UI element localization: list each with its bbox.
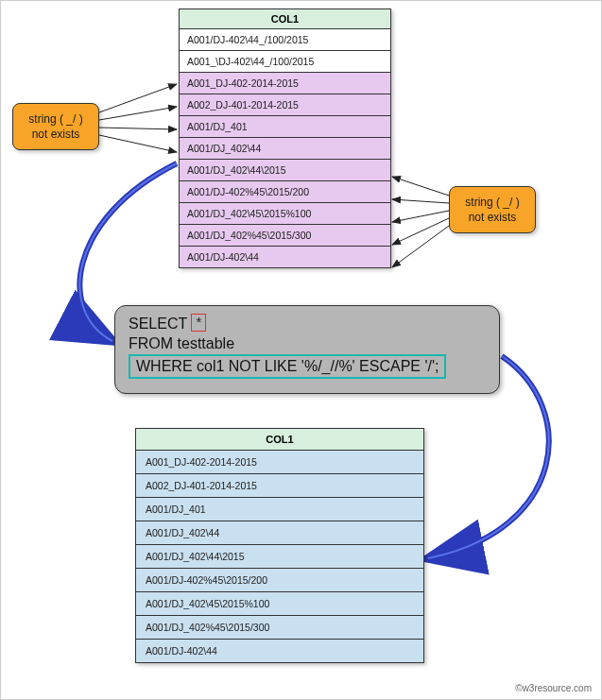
sql-star-box: * [191,314,206,332]
svg-line-3 [99,107,177,120]
svg-line-2 [99,84,177,112]
annotation-text: string ( _/ ) [459,195,525,210]
result-table-header: COL1 [136,429,423,451]
table-row: A002_DJ-401-2014-2015 [136,474,423,498]
table-row: A001/DJ_402\44\2015 [180,160,390,181]
table-row: A001/DJ-402\44_/100/2015 [180,29,390,51]
table-row: A001/DJ_402\45\2015%100 [136,592,423,616]
annotation-right: string ( _/ ) not exists [449,186,536,233]
table-row: A001/DJ-402%45\2015/200 [136,569,423,592]
svg-line-6 [392,177,449,196]
table-row: A001/DJ_402%45\2015/300 [180,225,390,247]
annotation-text: not exists [23,127,89,142]
sql-query-panel: SELECT * FROM testtable WHERE col1 NOT L… [114,305,500,394]
annotation-text: string ( _/ ) [23,111,89,127]
svg-line-10 [392,226,449,267]
result-table: COL1 A001_DJ-402-2014-2015 A002_DJ-401-2… [135,428,424,663]
table-row: A001/DJ-402%45\2015/200 [180,181,390,203]
source-table: COL1 A001/DJ-402\44_/100/2015 A001_\DJ-4… [179,9,391,268]
table-row: A001/DJ_401 [136,498,423,521]
table-row: A001/DJ-402\44 [180,247,390,267]
copyright-text: ©w3resource.com [515,683,592,693]
table-row: A001_\DJ-402\44_/100/2015 [180,51,390,73]
svg-line-7 [392,199,449,203]
source-table-header: COL1 [180,9,390,29]
sql-from-line: FROM testtable [129,335,486,352]
svg-line-5 [99,135,177,152]
table-row: A001/DJ-402\44 [136,640,423,662]
sql-where-wrap: WHERE col1 NOT LIKE '%/_//%' ESCAPE '/'; [129,352,486,379]
table-row: A001/DJ_402\44 [180,138,390,160]
annotation-text: not exists [459,210,525,225]
sql-select-line: SELECT * [129,316,486,333]
table-row: A001/DJ_402\44 [136,521,423,545]
table-row: A001/DJ_401 [180,116,390,138]
sql-where-line: WHERE col1 NOT LIKE '%/_//%' ESCAPE '/'; [129,354,446,379]
sql-keyword-select: SELECT [129,316,187,332]
table-row: A001_DJ-402-2014-2015 [180,73,390,94]
table-row: A001/DJ_402%45\2015/300 [136,616,423,640]
svg-line-8 [392,211,449,222]
svg-line-4 [99,128,177,129]
svg-line-9 [392,218,449,245]
annotation-left: string ( _/ ) not exists [12,103,99,150]
table-row: A001/DJ_402\45\2015%100 [180,203,390,225]
table-row: A002_DJ-401-2014-2015 [180,94,390,116]
table-row: A001_DJ-402-2014-2015 [136,451,423,474]
table-row: A001/DJ_402\44\2015 [136,545,423,569]
